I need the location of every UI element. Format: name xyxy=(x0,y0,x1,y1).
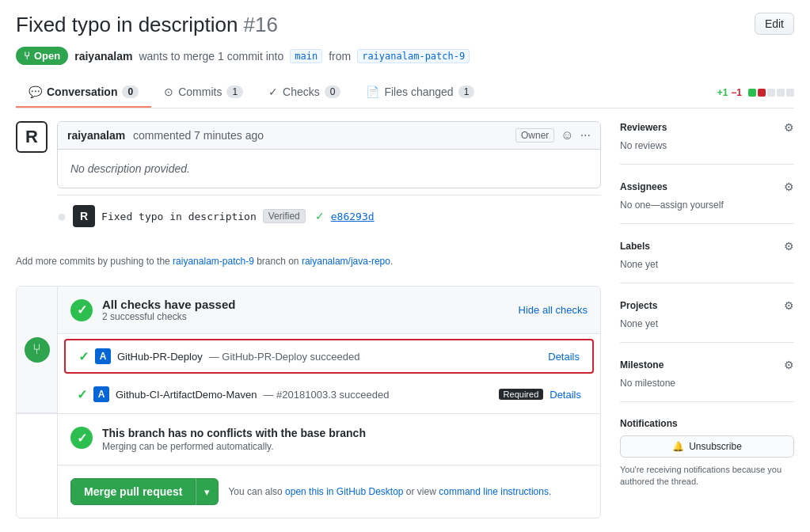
check-desc-2: — #20181003.3 succeeded xyxy=(263,389,389,401)
check-status-circle: ✓ xyxy=(70,299,93,321)
comment-content: No description provided. xyxy=(58,150,600,188)
check-item-wrapper-2: ✓ A Github-CI-ArtifactDemo-Maven — #2018… xyxy=(58,378,600,413)
tab-files-label: Files changed xyxy=(384,86,453,98)
target-branch[interactable]: main xyxy=(290,49,322,63)
files-icon: 📄 xyxy=(366,86,379,98)
checks-subtitle: 2 successful checks xyxy=(102,311,509,322)
more-options-button[interactable]: ··· xyxy=(580,128,591,142)
details-link-1[interactable]: Details xyxy=(548,351,580,363)
milestone-gear-icon[interactable]: ⚙ xyxy=(784,359,794,371)
reviewers-gear-icon[interactable]: ⚙ xyxy=(784,121,794,134)
checks-header: ✓ All checks have passed 2 successful ch… xyxy=(58,287,600,334)
reaction-button[interactable]: ☺ xyxy=(561,128,573,142)
commits-icon: ⊙ xyxy=(164,86,173,98)
check-item-2-left: ✓ A Github-CI-ArtifactDemo-Maven — #2018… xyxy=(77,386,491,402)
commit-reference: ● R Fixed typo in description Verified ✓… xyxy=(57,195,601,237)
notifications-info: You're receiving notifications because y… xyxy=(620,464,794,488)
merge-or-text: or view xyxy=(406,486,436,497)
add-commits-text: Add more commits by pushing to the xyxy=(16,256,170,267)
pr-title: Fixed typo in description #16 xyxy=(16,13,278,37)
no-conflict-section: ✓ This branch has no conflicts with the … xyxy=(58,414,600,465)
no-conflict-main: ✓ This branch has no conflicts with the … xyxy=(58,414,600,518)
pr-title-text: Fixed typo in description xyxy=(16,13,238,36)
commit-hash[interactable]: e86293d xyxy=(331,211,375,222)
check-item-1: ✓ A GitHub-PR-Deploy — GitHub-PR-Deploy … xyxy=(64,339,594,374)
source-branch[interactable]: raiyanalam-patch-9 xyxy=(357,49,470,63)
merge-also-text: You can also open this in GitHub Desktop… xyxy=(228,486,551,497)
details-link-2[interactable]: Details xyxy=(550,389,581,401)
author-avatar: R xyxy=(16,121,48,153)
merge-side-icon: ⑂ xyxy=(17,287,58,413)
sidebar-labels-value: None yet xyxy=(620,259,794,270)
branch-link[interactable]: raiyanalam-patch-9 xyxy=(173,256,254,267)
pr-header: Fixed typo in description #16 Edit xyxy=(16,13,794,37)
diff-bar-gray-1 xyxy=(767,89,775,97)
left-column: R raiyanalam commented 7 minutes ago Own… xyxy=(16,121,601,531)
projects-gear-icon[interactable]: ⚙ xyxy=(784,299,794,312)
pr-author: raiyanalam xyxy=(74,50,132,63)
merge-circle: ⑂ xyxy=(25,337,50,363)
unsubscribe-button[interactable]: 🔔 Unsubscribe xyxy=(620,435,794,458)
sidebar-labels-title: Labels xyxy=(620,241,650,252)
edit-button[interactable]: Edit xyxy=(755,13,794,35)
check-app-icon-inner-1: A xyxy=(100,351,107,362)
check-item-2: ✓ A Github-CI-ArtifactDemo-Maven — #2018… xyxy=(64,378,594,410)
comment-body: raiyanalam commented 7 minutes ago Owner… xyxy=(57,121,601,188)
sidebar-labels: Labels ⚙ None yet xyxy=(620,240,794,283)
hide-all-checks-button[interactable]: Hide all checks xyxy=(519,304,588,316)
github-desktop-link[interactable]: open this in GitHub Desktop xyxy=(285,486,403,497)
tab-checks[interactable]: ✓ Checks 0 xyxy=(256,78,353,108)
files-count: 1 xyxy=(458,86,475,98)
check-app-icon-inner-2: A xyxy=(98,389,105,400)
labels-gear-icon[interactable]: ⚙ xyxy=(784,240,794,253)
assignees-gear-icon[interactable]: ⚙ xyxy=(784,180,794,193)
check-tick-2: ✓ xyxy=(77,387,87,402)
repo-link[interactable]: raiyanalam/java-repo xyxy=(302,256,390,267)
commit-message: Fixed typo in description xyxy=(101,211,257,222)
tab-commits[interactable]: ⊙ Commits 1 xyxy=(151,78,256,108)
open-badge: ⑂ Open xyxy=(16,47,68,65)
sidebar-assignees: Assignees ⚙ No one—assign yourself xyxy=(620,180,794,224)
tab-files-changed[interactable]: 📄 Files changed 1 xyxy=(353,78,487,108)
sidebar-notifications-header: Notifications xyxy=(620,418,794,429)
merge-also-label: You can also xyxy=(228,486,282,497)
sidebar-assignees-title: Assignees xyxy=(620,181,667,192)
bell-icon: 🔔 xyxy=(672,441,684,452)
check-mark-icon: ✓ xyxy=(315,210,325,222)
commits-count: 1 xyxy=(226,86,243,98)
add-commits-mid: branch on xyxy=(257,256,299,267)
diff-bar-gray-2 xyxy=(777,89,785,97)
comment-section: R raiyanalam commented 7 minutes ago Own… xyxy=(16,121,601,237)
right-sidebar: Reviewers ⚙ No reviews Assignees ⚙ No on… xyxy=(620,121,794,531)
merge-pull-request-button[interactable]: Merge pull request xyxy=(70,478,196,505)
diff-bar-green xyxy=(748,89,756,97)
tab-conversation-label: Conversation xyxy=(47,86,117,98)
conversation-icon: 💬 xyxy=(29,86,42,98)
diff-add: +1 xyxy=(717,87,728,98)
checks-with-icon: ⑂ ✓ All checks have passed 2 successful … xyxy=(17,287,600,413)
unsubscribe-label: Unsubscribe xyxy=(689,441,742,452)
merge-dropdown-button[interactable]: ▾ xyxy=(196,478,219,505)
sidebar-reviewers-title: Reviewers xyxy=(620,122,667,133)
page-container: Fixed typo in description #16 Edit ⑂ Ope… xyxy=(0,0,810,532)
comment-author: raiyanalam xyxy=(67,129,125,142)
commit-dot-icon: ● xyxy=(57,207,67,226)
pr-meta: ⑂ Open raiyanalam wants to merge 1 commi… xyxy=(16,47,794,65)
diff-stats: +1 −1 xyxy=(717,87,794,98)
no-conflict-wrapper: ✓ This branch has no conflicts with the … xyxy=(17,413,600,518)
tab-conversation[interactable]: 💬 Conversation 0 xyxy=(16,78,151,108)
from-text: from xyxy=(329,50,351,63)
check-desc-1: — GitHub-PR-Deploy succeeded xyxy=(209,351,360,363)
diff-bars xyxy=(748,89,794,97)
no-conflict-title: This branch has no conflicts with the ba… xyxy=(102,427,366,439)
sidebar-milestone-value: No milestone xyxy=(620,378,794,389)
check-app-icon-2: A xyxy=(93,386,109,402)
no-conflict-subtitle: Merging can be performed automatically. xyxy=(102,441,366,452)
sidebar-notifications: Notifications 🔔 Unsubscribe You're recei… xyxy=(620,418,794,501)
sidebar-projects: Projects ⚙ None yet xyxy=(620,299,794,343)
comment-time: commented 7 minutes ago xyxy=(133,129,264,142)
sidebar-labels-header: Labels ⚙ xyxy=(620,240,794,253)
sidebar-milestone: Milestone ⚙ No milestone xyxy=(620,359,794,402)
cli-link[interactable]: command line instructions xyxy=(439,486,549,497)
check-name-1: GitHub-PR-Deploy xyxy=(117,351,203,363)
